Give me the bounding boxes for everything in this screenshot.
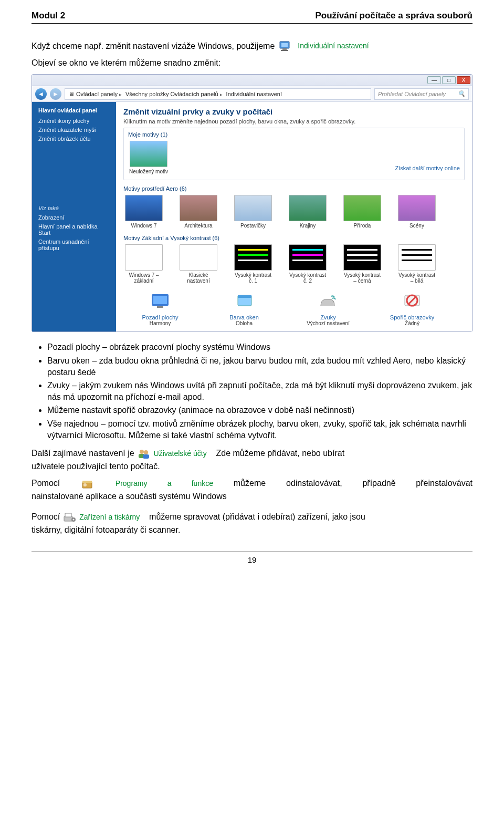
sidebar-seealso: Viz také Zobrazení Hlavní panel a nabídk… <box>38 205 110 251</box>
personalization-link[interactable]: Individuální nastavení <box>298 41 369 51</box>
bottom-item[interactable]: Spořič obrazovkyŽádný <box>381 291 444 326</box>
theme-thumb[interactable]: Windows 7 <box>123 195 164 229</box>
bottom-link[interactable]: Zvuky <box>297 314 360 320</box>
group1-title: Moje motivy (1) <box>128 131 460 138</box>
bottom-sub: Obloha <box>213 320 276 326</box>
window-titlebar: — □ X <box>32 75 472 86</box>
sidebar-link-icons[interactable]: Změnit ikony plochy <box>38 118 110 124</box>
header-right: Používání počítače a správa souborů <box>316 11 472 21</box>
theme-thumb[interactable]: Vysoký kontrast č. 2 <box>287 244 328 284</box>
theme-label: Neuložený motiv <box>128 169 169 174</box>
dev-c: tiskárny, digitální fotoaparáty či scann… <box>32 524 472 536</box>
bottom-item[interactable]: ZvukyVýchozí nastavení <box>297 291 360 326</box>
theme-label: Architektura <box>178 223 219 229</box>
theme-thumb[interactable]: Vysoký kontrast – bílá <box>396 244 437 284</box>
svg-rect-8 <box>238 295 251 298</box>
prog-b: můžeme <box>234 479 266 488</box>
user-accounts-link[interactable]: Uživatelské účty <box>154 449 207 458</box>
prog-a: Pomocí <box>32 479 60 488</box>
page-number: 19 <box>32 552 472 564</box>
bottom-item[interactable]: Pozadí plochyHarmony <box>129 291 192 326</box>
intro-line-2: Objeví se okno ve kterém můžeme snadno z… <box>32 57 472 69</box>
paragraph-users: Další zajímavé nastavení je Uživatelské … <box>32 447 472 472</box>
main-pane: Změnit vizuální prvky a zvuky v počítači… <box>116 102 472 331</box>
svg-rect-20 <box>65 513 71 517</box>
theme-label: Vysoký kontrast – bílá <box>396 272 437 284</box>
theme-thumb[interactable]: Vysoký kontrast č. 1 <box>233 244 274 284</box>
prog-f: nainstalované aplikace a součásti systém… <box>32 492 227 501</box>
svg-point-18 <box>83 483 87 486</box>
bottom-link[interactable]: Pozadí plochy <box>129 314 192 320</box>
theme-thumb[interactable]: Architektura <box>178 195 219 229</box>
devices-printers-link[interactable]: Zařízení a tiskárny <box>79 513 140 521</box>
bullet-1: Pozadí plochy – obrázek pracovní plochy … <box>47 341 472 353</box>
group3-title: Motivy Základní a Vysoký kontrast (6) <box>123 235 465 241</box>
bottom-item[interactable]: Barva okenObloha <box>213 291 276 326</box>
users-icon <box>136 447 151 461</box>
bottom-icon <box>316 291 341 312</box>
sidebar: Hlavní ovládací panel Změnit ikony ploch… <box>32 102 116 331</box>
main-title: Změnit vizuální prvky a zvuky v počítači <box>123 107 465 116</box>
maximize-button[interactable]: □ <box>442 76 456 84</box>
nav-forward-icon[interactable]: ► <box>50 88 61 100</box>
svg-point-12 <box>140 450 144 454</box>
theme-thumb[interactable]: Vysoký kontrast – černá <box>342 244 383 284</box>
nav-back-icon[interactable]: ◄ <box>35 88 47 100</box>
paragraph-devices: Pomocí Zařízení a tiskárny můžeme spravo… <box>32 511 472 536</box>
bottom-sub: Výchozí nastavení <box>297 320 360 326</box>
close-button[interactable]: X <box>457 76 470 84</box>
bc-1[interactable]: Ovládací panely <box>76 91 123 97</box>
breadcrumb-glyph: 🖥 <box>68 91 74 97</box>
theme-thumb[interactable]: Klasické nastavení <box>178 244 219 284</box>
search-input[interactable]: Prohledat Ovládací panely 🔍 <box>374 88 469 100</box>
theme-label: Klasické nastavení <box>178 272 219 284</box>
breadcrumb[interactable]: 🖥 Ovládací panely Všechny položky Ovláda… <box>65 88 371 100</box>
search-placeholder: Prohledat Ovládací panely <box>378 91 446 97</box>
theme-thumb[interactable]: Krajiny <box>287 195 328 229</box>
bottom-link[interactable]: Barva oken <box>213 314 276 320</box>
bottom-icon <box>400 291 425 312</box>
theme-thumb[interactable]: Scény <box>396 195 437 229</box>
theme-label: Windows 7 <box>123 223 164 229</box>
theme-thumb[interactable]: Postavičky <box>233 195 274 229</box>
theme-label: Vysoký kontrast – černá <box>342 272 383 284</box>
more-themes-link[interactable]: Získat další motivy online <box>395 165 460 171</box>
intro-line-1: Když chceme např. změnit nastavení vizáž… <box>32 39 472 53</box>
bc-2[interactable]: Všechny položky Ovládacích panelů <box>125 91 224 97</box>
minimize-button[interactable]: — <box>427 76 441 84</box>
theme-label: Windows 7 – základní <box>123 272 164 284</box>
prog-e: přeinstalovávat <box>416 479 472 488</box>
svg-rect-2 <box>282 48 287 50</box>
seealso-link-display[interactable]: Zobrazení <box>38 214 110 221</box>
sidebar-link-cursors[interactable]: Změnit ukazatele myši <box>38 127 110 133</box>
bottom-icon <box>148 291 173 312</box>
svg-rect-6 <box>157 306 163 308</box>
theme-thumb[interactable]: Windows 7 – základní <box>123 244 164 284</box>
theme-thumb[interactable]: Příroda <box>342 195 383 229</box>
header-rule <box>32 23 472 24</box>
window-body: Hlavní ovládací panel Změnit ikony ploch… <box>32 102 472 331</box>
group2-title: Motivy prostředí Aero (6) <box>123 185 465 192</box>
seealso-link-ease[interactable]: Centrum usnadnění přístupu <box>38 239 110 251</box>
sidebar-link-account[interactable]: Změnit obrázek účtu <box>38 136 110 142</box>
theme-label: Vysoký kontrast č. 2 <box>287 272 328 284</box>
bullet-4: Můžeme nastavit spořič obrazovky (animac… <box>47 405 472 416</box>
dev-a: Pomocí <box>32 512 60 521</box>
programs-features-link[interactable]: Programy a funkce <box>116 479 213 488</box>
bottom-link[interactable]: Spořič obrazovky <box>381 314 444 320</box>
seealso-link-taskbar[interactable]: Hlavní panel a nabídka Start <box>38 223 110 236</box>
svg-rect-17 <box>82 481 92 483</box>
theme-thumb[interactable]: Neuložený motiv <box>128 141 169 174</box>
bullet-5: Vše najednou – pomocí tzv. motivů změním… <box>47 418 472 441</box>
users-c: uživatele používající tento počítač. <box>32 461 472 472</box>
users-a: Další zajímavé nastavení je <box>32 449 134 458</box>
prog-d: případně <box>362 479 395 488</box>
theme-label: Postavičky <box>233 223 274 229</box>
bullet-3: Zvuky – jakým zvukem nás Windows uvítá p… <box>47 380 472 402</box>
theme-label: Krajiny <box>287 223 328 229</box>
svg-rect-15 <box>143 454 149 459</box>
theme-label: Příroda <box>342 223 383 229</box>
devices-icon <box>62 511 77 524</box>
bc-3[interactable]: Individuální nastavení <box>226 91 282 97</box>
main-subtitle: Kliknutím na motiv změníte najednou poza… <box>123 118 465 125</box>
